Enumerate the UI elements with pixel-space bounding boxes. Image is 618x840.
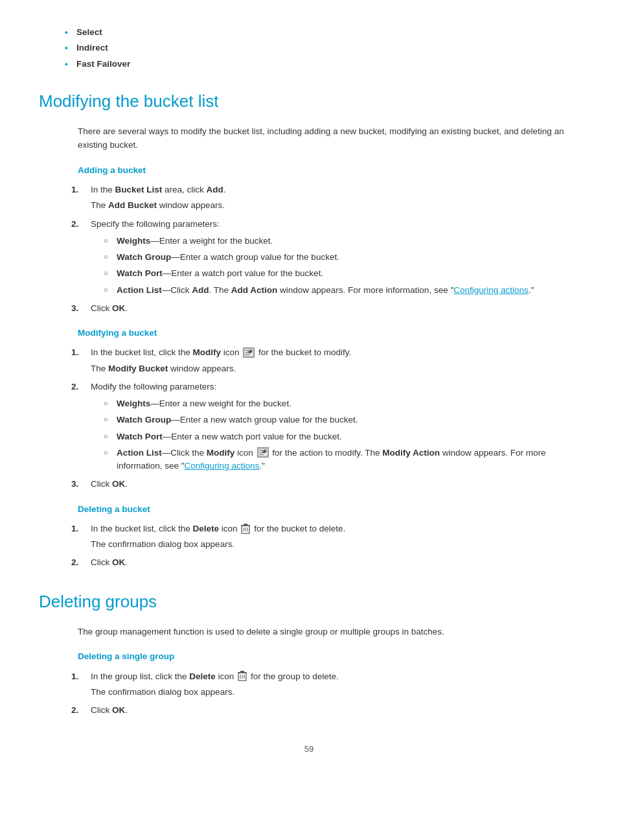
- step-add-2: 2. Specify the following parameters: Wei…: [91, 218, 579, 297]
- section2-title: Deleting groups: [39, 589, 579, 614]
- substep-weights: Weights—Enter a weight for the bucket.: [104, 235, 579, 248]
- step-del-1: 1. In the bucket list, click the Delete …: [91, 522, 579, 552]
- mod-bucket-substeps: Weights—Enter a new weight for the bucke…: [91, 397, 579, 472]
- step-del-2: 2. Click OK.: [91, 556, 579, 569]
- step-mod-3: 3. Click OK.: [91, 478, 579, 491]
- section2-intro: The group management function is used to…: [39, 625, 579, 639]
- svg-rect-17: [238, 672, 247, 673]
- svg-rect-11: [241, 525, 250, 526]
- subsection-deleting-bucket: Deleting a bucket: [39, 503, 579, 516]
- section1-intro: There are several ways to modify the buc…: [39, 124, 579, 152]
- substep-mod-watch-port: Watch Port—Enter a new watch port value …: [104, 430, 579, 443]
- step-mod-1: 1. In the bucket list, click the Modify …: [91, 346, 579, 375]
- top-bullet-list: Select Indirect Fast Failover: [39, 26, 579, 71]
- modifying-bucket-steps: 1. In the bucket list, click the Modify …: [39, 346, 579, 491]
- substep-watch-port: Watch Port—Enter a watch port value for …: [104, 267, 579, 280]
- bullet-fast-failover: Fast Failover: [65, 58, 579, 71]
- step-mod-2: 2. Modify the following parameters: Weig…: [91, 380, 579, 473]
- substep-action-list: Action List—Click Add. The Add Action wi…: [104, 284, 579, 297]
- adding-bucket-steps: 1. In the Bucket List area, click Add. T…: [39, 183, 579, 315]
- subsection-deleting-single: Deleting a single group: [39, 650, 579, 663]
- svg-rect-18: [240, 671, 244, 672]
- add-bucket-substeps: Weights—Enter a weight for the bucket. W…: [91, 235, 579, 297]
- bullet-select: Select: [65, 26, 579, 39]
- modify-icon: [243, 347, 255, 358]
- delete-icon-group: [238, 670, 247, 681]
- substep-mod-weights: Weights—Enter a new weight for the bucke…: [104, 397, 579, 410]
- substep-mod-action-list: Action List—Click the Modify icon for th…: [104, 447, 579, 473]
- configuring-actions-link1[interactable]: Configuring actions: [453, 285, 529, 295]
- subsection-modifying-bucket: Modifying a bucket: [39, 327, 579, 340]
- page-number: 59: [39, 743, 579, 756]
- substep-mod-watch-group: Watch Group—Enter a new watch group valu…: [104, 414, 579, 426]
- section1-title: Modifying the bucket list: [39, 89, 579, 114]
- substep-watch-group: Watch Group—Enter a watch group value fo…: [104, 251, 579, 264]
- modify-icon-2: [257, 447, 269, 458]
- bullet-indirect: Indirect: [65, 41, 579, 54]
- step-single-del-2: 2. Click OK.: [91, 704, 579, 717]
- svg-marker-4: [248, 349, 253, 354]
- deleting-single-group-steps: 1. In the group list, click the Delete i…: [39, 670, 579, 718]
- delete-icon-bucket: [241, 523, 250, 534]
- svg-rect-12: [244, 524, 247, 525]
- step-single-del-1: 1. In the group list, click the Delete i…: [91, 670, 579, 699]
- svg-marker-9: [262, 449, 267, 454]
- step-add-3: 3. Click OK.: [91, 302, 579, 315]
- deleting-bucket-steps: 1. In the bucket list, click the Delete …: [39, 522, 579, 570]
- step-add-1: 1. In the Bucket List area, click Add. T…: [91, 183, 579, 213]
- configuring-actions-link2[interactable]: Configuring actions: [185, 461, 260, 471]
- subsection-adding-bucket: Adding a bucket: [39, 164, 579, 177]
